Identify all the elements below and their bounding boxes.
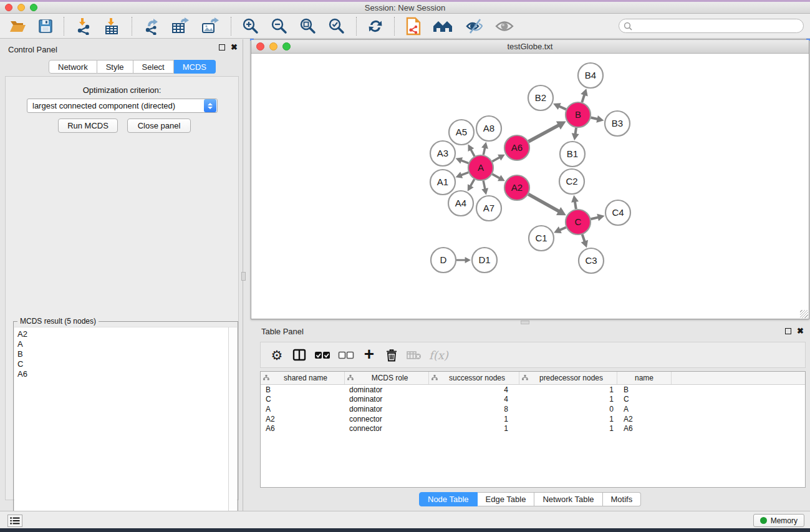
zoom-out-icon[interactable] bbox=[265, 16, 294, 37]
trash-icon[interactable] bbox=[380, 344, 403, 366]
delete-table-icon[interactable] bbox=[403, 344, 425, 366]
import-table-icon[interactable] bbox=[98, 16, 127, 37]
table-cell[interactable]: 4 bbox=[429, 385, 519, 394]
table-row[interactable]: Bdominator41B bbox=[261, 385, 805, 395]
edge-A-A6[interactable] bbox=[492, 157, 499, 162]
zoom-fit-icon[interactable] bbox=[294, 16, 322, 37]
tab-network[interactable]: Network bbox=[49, 60, 97, 74]
tab-node-table[interactable]: Node Table bbox=[419, 492, 478, 506]
select-all-icon[interactable] bbox=[311, 344, 334, 366]
result-list-item[interactable]: A6 bbox=[15, 369, 227, 379]
eye-icon[interactable] bbox=[489, 16, 519, 37]
float-panel-icon[interactable] bbox=[219, 44, 225, 51]
table-cell[interactable]: C bbox=[261, 395, 345, 404]
close-panel-button[interactable]: Close panel bbox=[127, 118, 191, 133]
edge-A-A4[interactable] bbox=[470, 179, 474, 186]
table-cell[interactable]: 4 bbox=[429, 395, 519, 404]
table-row[interactable]: Adominator80A bbox=[261, 404, 805, 414]
table-cell[interactable]: dominator bbox=[345, 405, 429, 414]
tab-network-table[interactable]: Network Table bbox=[534, 492, 602, 506]
column-header-successor-nodes[interactable]: successor nodes bbox=[429, 372, 519, 384]
table-row[interactable]: Cdominator41C bbox=[261, 395, 805, 405]
edge-B-B4[interactable] bbox=[582, 95, 584, 102]
tab-mcds[interactable]: MCDS bbox=[174, 60, 216, 74]
export-table-icon[interactable] bbox=[166, 16, 196, 37]
vertical-splitter-handle[interactable] bbox=[241, 272, 246, 281]
search-input[interactable] bbox=[632, 22, 788, 31]
table-cell[interactable]: connector bbox=[345, 415, 429, 423]
table-options-gear-icon[interactable]: ⚙ bbox=[266, 344, 288, 366]
edge-A-A2[interactable] bbox=[492, 174, 499, 178]
new-session-icon[interactable] bbox=[400, 16, 427, 37]
table-cell[interactable]: A bbox=[617, 405, 672, 414]
edge-B-B3[interactable] bbox=[591, 118, 597, 119]
table-cell[interactable]: connector bbox=[345, 424, 429, 433]
zoom-selected-icon[interactable] bbox=[322, 16, 351, 37]
table-cell[interactable]: A6 bbox=[617, 424, 672, 433]
tab-style[interactable]: Style bbox=[97, 60, 133, 74]
import-network-icon[interactable] bbox=[69, 16, 98, 37]
table-cell[interactable]: 1 bbox=[519, 385, 617, 394]
tab-edge-table[interactable]: Edge Table bbox=[478, 492, 535, 506]
search-box[interactable] bbox=[619, 19, 804, 33]
node-table[interactable]: shared nameMCDS rolesuccessor nodesprede… bbox=[260, 371, 806, 488]
edge-A2-C[interactable] bbox=[528, 194, 559, 211]
column-header-predecessor-nodes[interactable]: predecessor nodes bbox=[519, 372, 617, 384]
resize-grip[interactable] bbox=[800, 310, 808, 318]
table-cell[interactable]: B bbox=[261, 385, 345, 394]
table-cell[interactable]: 1 bbox=[429, 424, 519, 433]
network-window-titlebar[interactable]: testGlobe.txt bbox=[251, 40, 809, 54]
run-mcds-button[interactable]: Run MCDS bbox=[58, 118, 118, 133]
deselect-all-icon[interactable] bbox=[334, 344, 358, 366]
table-cell[interactable]: A2 bbox=[261, 415, 345, 423]
float-panel-icon[interactable] bbox=[785, 328, 791, 334]
export-image-icon[interactable] bbox=[196, 16, 226, 37]
table-cell[interactable]: 1 bbox=[519, 395, 617, 404]
edge-A-A8[interactable] bbox=[483, 148, 485, 155]
edge-C-C3[interactable] bbox=[582, 235, 585, 242]
table-cell[interactable]: 0 bbox=[519, 405, 617, 414]
table-cell[interactable]: B bbox=[617, 385, 672, 394]
table-cell[interactable]: 1 bbox=[429, 415, 519, 423]
result-list-item[interactable]: A2 bbox=[15, 329, 227, 339]
column-header-shared-name[interactable]: shared name bbox=[261, 372, 345, 384]
tab-select[interactable]: Select bbox=[133, 60, 174, 74]
edge-A-A5[interactable] bbox=[471, 149, 475, 156]
column-visibility-icon[interactable] bbox=[288, 344, 311, 366]
open-recent-icon[interactable] bbox=[427, 16, 460, 37]
table-row[interactable]: A6connector11A6 bbox=[261, 423, 805, 433]
edge-C-C2[interactable] bbox=[575, 201, 576, 209]
table-cell[interactable]: 1 bbox=[519, 415, 617, 423]
column-header-MCDS-role[interactable]: MCDS role bbox=[345, 372, 429, 384]
tab-motifs[interactable]: Motifs bbox=[603, 492, 642, 506]
add-column-icon[interactable]: + bbox=[358, 344, 380, 366]
result-list-item[interactable]: C bbox=[15, 359, 227, 369]
result-list-item[interactable]: B bbox=[15, 349, 227, 359]
edge-B-B1[interactable] bbox=[576, 128, 576, 134]
edge-B-B2[interactable] bbox=[559, 106, 566, 109]
refresh-icon[interactable] bbox=[362, 16, 389, 37]
table-cell[interactable]: A6 bbox=[261, 424, 345, 433]
table-cell[interactable]: C bbox=[617, 395, 672, 404]
show-hide-graphics-icon[interactable] bbox=[460, 16, 489, 37]
column-header-name[interactable]: name bbox=[617, 372, 672, 384]
function-builder-icon[interactable]: f(x) bbox=[425, 344, 452, 366]
save-icon[interactable] bbox=[32, 16, 59, 37]
edge-C-C1[interactable] bbox=[559, 227, 566, 230]
table-cell[interactable]: 8 bbox=[429, 405, 519, 414]
edge-A-A1[interactable] bbox=[461, 172, 468, 175]
open-folder-icon[interactable] bbox=[4, 16, 32, 37]
table-cell[interactable]: dominator bbox=[345, 395, 429, 404]
table-cell[interactable]: dominator bbox=[345, 385, 429, 394]
scrollbar-track[interactable] bbox=[228, 327, 237, 532]
memory-button[interactable]: Memory bbox=[753, 514, 804, 527]
edge-A-A7[interactable] bbox=[483, 181, 485, 190]
edge-C-C4[interactable] bbox=[591, 217, 598, 219]
table-cell[interactable]: 1 bbox=[519, 424, 617, 433]
close-panel-icon[interactable]: ✖ bbox=[231, 44, 238, 51]
edge-A6-B[interactable] bbox=[528, 125, 559, 142]
edge-A-A3[interactable] bbox=[461, 160, 468, 163]
result-list-item[interactable]: A bbox=[15, 339, 227, 349]
criterion-select[interactable]: largest connected component (directed) bbox=[27, 99, 218, 113]
close-panel-icon[interactable]: ✖ bbox=[797, 328, 804, 334]
